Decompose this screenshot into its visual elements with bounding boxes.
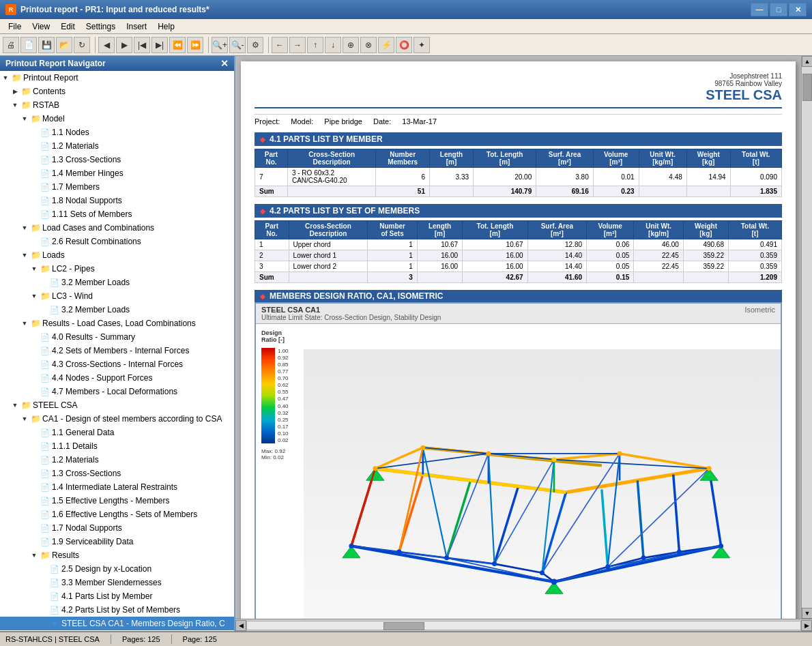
- tree-node-member-loads-3-2-lc2[interactable]: 📄3.2 Member Loads: [0, 276, 234, 289]
- tree-node-details-1-1-1[interactable]: 📄1.1.1 Details: [0, 439, 234, 453]
- tree-node-eff-lengths-members-1-5[interactable]: 📄1.5 Effective Lengths - Members: [0, 494, 234, 508]
- tree-node-parts-list-4-2[interactable]: 📄4.2 Parts List by Set of Members: [0, 603, 234, 617]
- toolbar-arrow-down[interactable]: ↓: [325, 37, 341, 53]
- tree-label-serviceability-1-9: 1.9 Serviceability Data: [52, 535, 133, 548]
- tree-node-sets-members-1-11[interactable]: 📄1.11 Sets of Members: [0, 207, 234, 221]
- minimize-button[interactable]: —: [751, 3, 768, 16]
- col-unit-wt: Unit Wt.[kg/m]: [639, 149, 686, 168]
- tree-node-materials-1-2-ca1[interactable]: 📄1.2 Materials: [0, 453, 234, 467]
- tree-node-serviceability-1-9[interactable]: 📄1.9 Serviceability Data: [0, 535, 234, 548]
- tree-node-members-1-7[interactable]: 📄1.7 Members: [0, 180, 234, 194]
- tree-label-member-hinges-1-4: 1.4 Member Hinges: [52, 167, 124, 179]
- toolbar-first[interactable]: |◀: [134, 37, 150, 53]
- menu-settings[interactable]: Settings: [81, 20, 121, 33]
- toolbar-zoom-out[interactable]: 🔍-: [229, 37, 246, 53]
- tree-node-printout-report[interactable]: ▼📁Printout Report: [0, 71, 234, 85]
- tree-node-model[interactable]: ▼📁Model: [0, 112, 234, 126]
- tree-icon-nodes-4-4: 📄: [40, 372, 50, 383]
- maximize-button[interactable]: □: [770, 3, 787, 16]
- tree-node-parts-list-4-1[interactable]: 📄4.1 Parts List by Member: [0, 589, 234, 603]
- tree-node-materials-1-2[interactable]: 📄1.2 Materials: [0, 139, 234, 153]
- panel-header: Printout Report Navigator ✕: [0, 56, 234, 71]
- toolbar-new[interactable]: 📄: [20, 37, 37, 53]
- toolbar-sep-2: [206, 37, 209, 53]
- tree-node-cross-sections-1-3[interactable]: 📄1.3 Cross-Sections: [0, 153, 234, 166]
- toolbar-arrow-left[interactable]: ←: [272, 37, 288, 53]
- tree-node-nodes-4-4[interactable]: 📄4.4 Nodes - Support Forces: [0, 371, 234, 385]
- toolbar-back[interactable]: ⏪: [169, 37, 186, 53]
- tree-node-design-2-5[interactable]: 📄2.5 Design by x-Location: [0, 562, 234, 576]
- tree-node-eff-lengths-sets-1-6[interactable]: 📄1.6 Effective Lengths - Sets of Members: [0, 508, 234, 521]
- tree-node-results-load-cases[interactable]: ▼📁Results - Load Cases, Load Combination…: [0, 317, 234, 330]
- bottom-scrollbar[interactable]: ◀ ▶: [235, 619, 812, 631]
- toolbar-link1[interactable]: ⊕: [343, 37, 359, 53]
- toolbar-arrow-right[interactable]: →: [289, 37, 306, 53]
- toolbar-prev[interactable]: ◀: [98, 37, 115, 53]
- h-scroll-thumb[interactable]: [383, 622, 424, 630]
- toolbar-last[interactable]: ▶|: [151, 37, 168, 53]
- tree-node-cross-sections-1-3-ca1[interactable]: 📄1.3 Cross-Sections: [0, 467, 234, 480]
- tree-node-general-data-1-1[interactable]: 📄1.1 General Data: [0, 426, 234, 439]
- toolbar-action2[interactable]: ✦: [414, 37, 430, 53]
- sum-row-42: Sum342.6741.600.151.209: [255, 272, 782, 283]
- col-vol-42: Volume[m³]: [587, 221, 634, 239]
- tree-node-nodal-supports-1-7[interactable]: 📄1.7 Nodal Supports: [0, 521, 234, 535]
- tree-node-contents[interactable]: ▶📁Contents: [0, 85, 234, 98]
- table-41: PartNo. Cross-SectionDescription NumberM…: [255, 149, 782, 197]
- menu-edit[interactable]: Edit: [55, 20, 81, 33]
- tree-container[interactable]: ▼📁Printout Report▶📁Contents▼📁RSTAB▼📁Mode…: [0, 71, 234, 631]
- scroll-thumb[interactable]: [802, 74, 812, 101]
- tree-node-sets-members-4-2[interactable]: 📄4.2 Sets of Members - Internal Forces: [0, 344, 234, 357]
- tree-node-member-hinges-1-4[interactable]: 📄1.4 Member Hinges: [0, 166, 234, 180]
- tree-node-member-loads-3-2-lc3[interactable]: 📄3.2 Member Loads: [0, 303, 234, 317]
- report-meta: Project: Model: Pipe bridge Date: 13-Mar…: [255, 114, 782, 126]
- tree-node-result-comb-2-6[interactable]: 📄2.6 Result Combinations: [0, 235, 234, 248]
- toolbar-open[interactable]: 📂: [56, 37, 72, 53]
- scroll-up-button[interactable]: ▲: [802, 56, 812, 67]
- tree-node-results-summary[interactable]: 📄4.0 Results - Summary: [0, 330, 234, 344]
- tree-node-members-design-ratio[interactable]: 👁STEEL CSA CA1 - Members Design Ratio, C: [0, 617, 234, 630]
- menu-help[interactable]: Help: [152, 20, 180, 33]
- tree-node-slenderness-3-3[interactable]: 📄3.3 Member Slendernesses: [0, 576, 234, 589]
- report-area[interactable]: Josephstreet 111 98765 Rainbow Valley ST…: [235, 56, 812, 619]
- tree-node-steel-csa[interactable]: ▼📁STEEL CSA: [0, 398, 234, 412]
- tree-node-load-cases[interactable]: ▼📁Load Cases and Combinations: [0, 221, 234, 235]
- toolbar-zoom-in[interactable]: 🔍+: [212, 37, 228, 53]
- tree-label-lc2-pipes: LC2 - Pipes: [52, 263, 95, 275]
- toolbar-forward[interactable]: ⏩: [187, 37, 203, 53]
- toolbar-circle[interactable]: ⭕: [396, 37, 412, 53]
- tree-node-members-4-7[interactable]: 📄4.7 Members - Local Deformations: [0, 385, 234, 398]
- tree-node-lc3-wind[interactable]: ▼📁LC3 - Wind: [0, 289, 234, 303]
- tree-node-lateral-restraints-1-4[interactable]: 📄1.4 Intermediate Lateral Restraints: [0, 480, 234, 494]
- right-scrollbar[interactable]: ▲ ▼: [801, 56, 812, 619]
- col-unit-42: Unit Wt.[kg/m]: [634, 221, 684, 239]
- status-pages: Pages: 125: [122, 635, 160, 643]
- tree-icon-steel-csa: 📁: [20, 400, 31, 411]
- tree-icon-ca1-design: 📁: [30, 413, 41, 424]
- toolbar-link2[interactable]: ⊗: [360, 37, 377, 53]
- tree-node-lc2-pipes[interactable]: ▼📁LC2 - Pipes: [0, 262, 234, 276]
- scroll-down-button[interactable]: ▼: [802, 608, 812, 619]
- tree-node-rstab[interactable]: ▼📁RSTAB: [0, 98, 234, 112]
- toolbar-save[interactable]: 💾: [38, 37, 55, 53]
- col-length-42: Length[m]: [417, 221, 462, 239]
- scroll-left-button[interactable]: ◀: [235, 620, 246, 631]
- scroll-right-button[interactable]: ▶: [801, 620, 812, 631]
- toolbar-print[interactable]: 🖨: [3, 37, 19, 53]
- toolbar-arrow-up[interactable]: ↑: [307, 37, 323, 53]
- tree-node-nodal-supports-1-8[interactable]: 📄1.8 Nodal Supports: [0, 194, 234, 207]
- close-button[interactable]: ✕: [789, 3, 807, 16]
- panel-close-button[interactable]: ✕: [220, 58, 229, 69]
- tree-node-ca1-design[interactable]: ▼📁CA1 - Design of steel members accordin…: [0, 412, 234, 426]
- toolbar-next[interactable]: ▶: [116, 37, 132, 53]
- tree-node-cross-sections-4-3[interactable]: 📄4.3 Cross-Sections - Internal Forces: [0, 357, 234, 371]
- menu-view[interactable]: View: [27, 20, 55, 33]
- tree-node-results-ca1[interactable]: ▼📁Results: [0, 548, 234, 562]
- toolbar-action1[interactable]: ⚡: [378, 37, 394, 53]
- tree-node-loads[interactable]: ▼📁Loads: [0, 248, 234, 262]
- tree-node-nodes-1-1[interactable]: 📄1.1 Nodes: [0, 126, 234, 139]
- menu-file[interactable]: File: [3, 20, 27, 33]
- toolbar-settings[interactable]: ⚙: [247, 37, 263, 53]
- menu-insert[interactable]: Insert: [121, 20, 152, 33]
- toolbar-refresh[interactable]: ↻: [74, 37, 90, 53]
